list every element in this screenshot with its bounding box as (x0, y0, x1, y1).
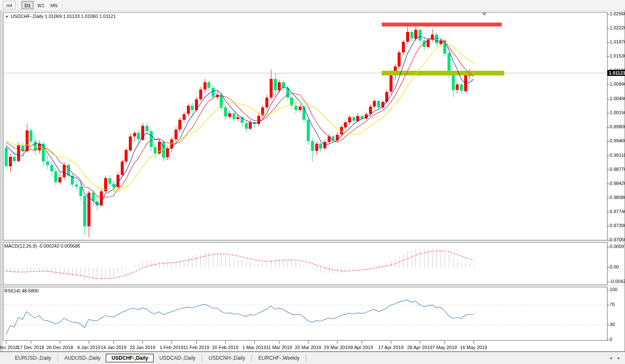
tab-audusd-daily[interactable]: AUDUSD-,Daily (59, 354, 106, 362)
tab-scroll-left-icon[interactable]: ◄ (609, 355, 613, 361)
timeframe-button-w1[interactable]: W1 (35, 1, 47, 9)
tab-usdchf-daily[interactable]: USDCHF-,Daily (106, 354, 154, 362)
tab-scroll-right-icon[interactable]: ► (617, 355, 621, 361)
terminal-screen: H4D1W1MN ▼USDCHF-,Daily 1.01069 1.01133 … (0, 0, 625, 364)
tab-separator (58, 355, 58, 361)
timeframe-toolbar: H4D1W1MN (0, 0, 625, 11)
timeframe-button-mn[interactable]: MN (48, 1, 60, 9)
timeframe-button-d1[interactable]: D1 (21, 1, 34, 9)
tab-separator (251, 355, 252, 361)
tab-usdcad-daily[interactable]: USDCAD-,Daily (154, 354, 201, 362)
tab-separator (306, 355, 306, 361)
tab-scroll-buttons: ◄ ► (609, 355, 621, 361)
chart-window: ▼USDCHF-,Daily 1.01069 1.01133 1.01060 1… (0, 11, 625, 352)
tab-eurusd-daily[interactable]: EURUSD-,Daily (9, 354, 57, 362)
chart-canvas[interactable] (0, 11, 625, 352)
chart-tabs-bar: EURUSD-,DailyAUDUSD-,DailyUSDCHF-,DailyU… (0, 352, 625, 364)
tab-separator (202, 355, 202, 361)
tab-usdcnh-daily[interactable]: USDCNH-,Daily (203, 354, 250, 362)
toolbar-separator (62, 1, 64, 9)
toolbar-separator (17, 1, 19, 9)
timeframe-button-h4[interactable]: H4 (3, 1, 15, 9)
tab-eurchf-weekly[interactable]: EURCHF-,Weekly (253, 354, 305, 362)
